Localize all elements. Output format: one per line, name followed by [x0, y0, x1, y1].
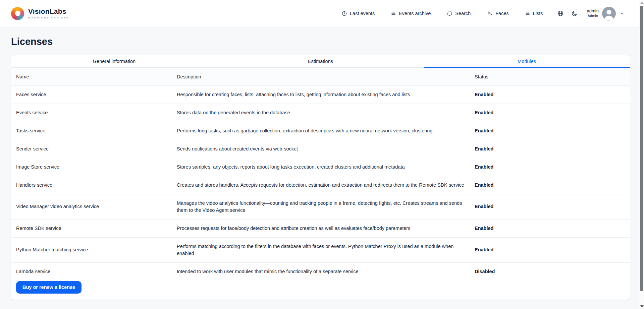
scrollbar-up-arrow-icon[interactable]	[640, 1, 644, 4]
module-status: Enabled	[475, 122, 630, 140]
module-name: Python Matcher matching service	[11, 237, 177, 262]
table-row: Handlers service Creates and stores hand…	[11, 176, 630, 194]
tab-estimations[interactable]: Estimations	[217, 55, 424, 68]
scrollbar-thumb[interactable]	[640, 6, 643, 291]
dark-mode-moon-icon[interactable]	[571, 10, 578, 17]
module-status: Enabled	[475, 158, 630, 176]
module-name: Lambda service	[11, 262, 177, 281]
nav-label: Last events	[350, 11, 375, 16]
table-row: Sender service Sends notifications about…	[11, 140, 630, 158]
visionlabs-logo-icon	[11, 7, 24, 20]
module-status: Enabled	[475, 176, 630, 194]
licenses-card: General information Estimations Modules …	[11, 55, 630, 300]
module-status: Enabled	[475, 104, 630, 122]
nav-events-archive[interactable]: Events archive	[391, 11, 431, 16]
nav-last-events[interactable]: Last events	[341, 11, 375, 16]
brand-logo[interactable]: VisionLabs MACHINES CAN SEE	[11, 7, 69, 20]
nav-faces[interactable]: Faces	[487, 10, 509, 16]
brand-text: VisionLabs MACHINES CAN SEE	[28, 8, 69, 19]
column-header-description: Description	[177, 68, 475, 85]
main-content: Licenses General information Estimations…	[0, 27, 644, 300]
table-row: Faces service Responsible for creating f…	[11, 85, 630, 104]
module-description: Performs long tasks, such as garbage col…	[177, 122, 475, 140]
table-row: Tasks service Performs long tasks, such …	[11, 122, 630, 140]
module-status: Enabled	[475, 140, 630, 158]
user-names: admin Admin	[587, 9, 599, 18]
table-row: Python Matcher matching service Performs…	[11, 237, 630, 262]
top-navigation-bar: VisionLabs MACHINES CAN SEE Last events …	[0, 0, 644, 27]
table-row: Lambda service Intended to work with use…	[11, 262, 630, 281]
module-name: Video Manager video analytics service	[11, 194, 177, 219]
module-name: Handlers service	[11, 176, 177, 194]
table-row: Events service Stores data on the genera…	[11, 104, 630, 122]
main-nav: Last events Events archive Search Faces …	[341, 10, 543, 16]
table-header-row: Name Description Status	[11, 68, 630, 85]
module-status: Enabled	[475, 219, 630, 237]
user-name: admin	[587, 9, 599, 14]
user-role: Admin	[587, 14, 599, 18]
module-name: Tasks service	[11, 122, 177, 140]
module-name: Image Store service	[11, 158, 177, 176]
nav-label: Events archive	[399, 11, 431, 16]
module-description: Sends notifications about created events…	[177, 140, 475, 158]
column-header-name: Name	[11, 68, 177, 85]
module-name: Events service	[11, 104, 177, 122]
tab-general-information[interactable]: General information	[11, 55, 217, 68]
module-description: Responsible for creating faces, lists, a…	[177, 85, 475, 104]
people-icon	[487, 10, 493, 16]
buy-license-button[interactable]: Buy or renew a license	[16, 281, 82, 294]
nav-label: Search	[455, 11, 471, 16]
module-status: Enabled	[475, 85, 630, 104]
clock-icon	[341, 11, 347, 16]
module-description: Stores samples, any objects, reports abo…	[177, 158, 475, 176]
header-icon-buttons	[557, 10, 578, 17]
module-status: Enabled	[475, 194, 630, 219]
module-status: Enabled	[475, 237, 630, 262]
list-icon	[525, 11, 530, 16]
page-scrollbar[interactable]	[639, 0, 644, 309]
page-title: Licenses	[11, 36, 644, 47]
table-row: Remote SDK service Processes requests fo…	[11, 219, 630, 237]
user-menu[interactable]: admin Admin	[587, 7, 625, 20]
module-description: Intended to work with user modules that …	[177, 262, 475, 281]
brand-name: VisionLabs	[28, 8, 69, 15]
nav-search[interactable]: Search	[447, 11, 471, 16]
module-description: Processes requests for face/body detecti…	[177, 219, 475, 237]
avatar	[602, 7, 616, 20]
module-status: Disabled	[475, 262, 630, 281]
column-header-status: Status	[475, 68, 630, 85]
nav-label: Lists	[533, 11, 543, 16]
nav-label: Faces	[495, 11, 509, 16]
scan-circle-icon	[447, 11, 452, 16]
module-description: Manages the video analytics functionalit…	[177, 194, 475, 219]
scrollbar-down-arrow-icon[interactable]	[640, 305, 644, 308]
chevron-down-icon	[620, 11, 625, 16]
module-description: Creates and stores handlers. Accepts req…	[177, 176, 475, 194]
module-description: Stores data on the generated events in t…	[177, 104, 475, 122]
module-name: Sender service	[11, 140, 177, 158]
tabs-bar: General information Estimations Modules	[11, 55, 630, 68]
brand-tagline: MACHINES CAN SEE	[28, 16, 69, 19]
modules-table: Name Description Status Faces service Re…	[11, 68, 630, 281]
module-name: Remote SDK service	[11, 219, 177, 237]
module-name: Faces service	[11, 85, 177, 104]
language-globe-icon[interactable]	[557, 10, 564, 17]
list-icon	[391, 11, 396, 16]
tab-modules[interactable]: Modules	[424, 55, 630, 68]
module-description: Performs matching according to the filte…	[177, 237, 475, 262]
table-row: Image Store service Stores samples, any …	[11, 158, 630, 176]
table-row: Video Manager video analytics service Ma…	[11, 194, 630, 219]
nav-lists[interactable]: Lists	[525, 11, 543, 16]
